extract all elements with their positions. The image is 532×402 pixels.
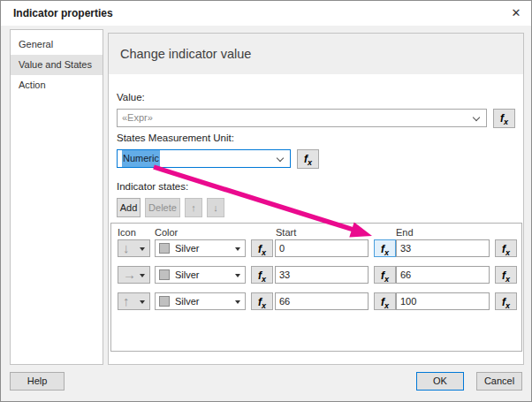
unit-label: States Measurement Unit: <box>117 133 234 143</box>
main-header: Change indicator value <box>109 34 523 74</box>
color-name: Silver <box>175 267 200 283</box>
unit-combobox[interactable]: Numeric <box>117 149 291 168</box>
start-value-input[interactable] <box>275 239 369 257</box>
right-arrow-icon: → <box>123 267 136 283</box>
unit-fx-button[interactable]: fx <box>297 149 319 169</box>
unit-current: Numeric <box>122 150 160 167</box>
value-combobox[interactable]: «Expr» <box>117 109 487 127</box>
start-fx-button[interactable]: fx <box>374 266 396 284</box>
silver-color-swatch <box>159 269 170 280</box>
chevron-down-icon <box>277 155 284 162</box>
move-up-button[interactable]: ↑ <box>185 198 202 217</box>
fx-icon: fx <box>502 269 510 282</box>
caret-down-icon <box>140 247 145 251</box>
delete-button[interactable]: Delete <box>145 198 180 217</box>
down-arrow-icon: ↓ <box>123 240 130 256</box>
title-bar: Indicator properties ✕ <box>1 1 531 26</box>
color-fx-button[interactable]: fx <box>251 266 273 284</box>
ok-button[interactable]: OK <box>416 372 464 391</box>
color-name: Silver <box>175 240 200 256</box>
cancel-button[interactable]: Cancel <box>476 372 522 391</box>
add-button[interactable]: Add <box>117 198 141 217</box>
value-current: «Expr» <box>122 110 153 126</box>
dialog-title: Indicator properties <box>13 1 113 26</box>
end-value-input[interactable] <box>396 266 490 284</box>
caret-down-icon <box>140 300 145 304</box>
down-arrow-icon: ↓ <box>213 202 218 213</box>
up-arrow-icon: ↑ <box>191 202 196 213</box>
icon-dropdown-down-arrow[interactable]: ↓ <box>118 239 150 257</box>
up-arrow-icon: ↑ <box>123 293 130 309</box>
color-dropdown[interactable]: Silver <box>155 239 246 257</box>
chevron-down-icon <box>473 114 480 121</box>
indicator-properties-dialog: Indicator properties ✕ General Value and… <box>0 0 532 402</box>
caret-down-icon <box>235 247 240 251</box>
value-fx-button[interactable]: fx <box>493 109 515 128</box>
color-fx-button[interactable]: fx <box>251 239 273 257</box>
caret-down-icon <box>235 274 240 277</box>
page-title: Change indicator value <box>120 34 251 74</box>
color-name: Silver <box>175 293 200 309</box>
icon-dropdown-right-arrow[interactable]: → <box>118 266 150 284</box>
close-icon[interactable]: ✕ <box>501 1 531 26</box>
value-label: Value: <box>117 92 145 102</box>
start-value-input[interactable] <box>275 292 369 310</box>
fx-icon: fx <box>381 296 389 308</box>
end-value-input[interactable] <box>396 239 490 257</box>
col-header-end: End <box>396 227 414 238</box>
start-fx-button[interactable]: fx <box>374 292 396 310</box>
fx-icon: fx <box>258 243 266 255</box>
sidebar-item-action[interactable]: Action <box>11 75 103 95</box>
help-button[interactable]: Help <box>10 372 65 391</box>
icon-dropdown-up-arrow[interactable]: ↑ <box>118 292 150 310</box>
fx-icon: fx <box>381 269 389 282</box>
color-dropdown[interactable]: Silver <box>155 292 246 310</box>
silver-color-swatch <box>159 243 170 254</box>
indicator-states-label: Indicator states: <box>117 181 188 192</box>
color-dropdown[interactable]: Silver <box>155 266 246 284</box>
start-fx-button-highlighted[interactable]: fx <box>374 239 396 257</box>
sidebar-item-value-and-states[interactable]: Value and States <box>11 55 103 75</box>
caret-down-icon <box>140 274 145 277</box>
caret-down-icon <box>235 300 240 304</box>
col-header-color: Color <box>155 227 178 238</box>
start-value-input[interactable] <box>275 266 369 284</box>
fx-icon: fx <box>502 243 510 255</box>
fx-icon: fx <box>304 153 312 165</box>
end-fx-button[interactable]: fx <box>495 266 517 284</box>
fx-icon: fx <box>502 296 510 308</box>
sidebar: General Value and States Action <box>10 29 103 365</box>
states-table: Icon Color Start End ↓ Silver fx <box>110 223 522 352</box>
end-fx-button[interactable]: fx <box>495 239 517 257</box>
main-panel: Change indicator value Value: «Expr» fx … <box>108 33 524 365</box>
fx-icon: fx <box>258 269 266 282</box>
fx-icon: fx <box>258 296 266 308</box>
col-header-start: Start <box>276 227 296 238</box>
silver-color-swatch <box>159 296 170 307</box>
color-fx-button[interactable]: fx <box>251 292 273 310</box>
fx-icon: fx <box>381 243 389 255</box>
fx-icon: fx <box>500 112 508 125</box>
end-fx-button[interactable]: fx <box>495 292 517 310</box>
move-down-button[interactable]: ↓ <box>207 198 224 217</box>
col-header-icon: Icon <box>118 227 136 238</box>
end-value-input[interactable] <box>396 292 490 310</box>
sidebar-item-general[interactable]: General <box>11 34 103 55</box>
